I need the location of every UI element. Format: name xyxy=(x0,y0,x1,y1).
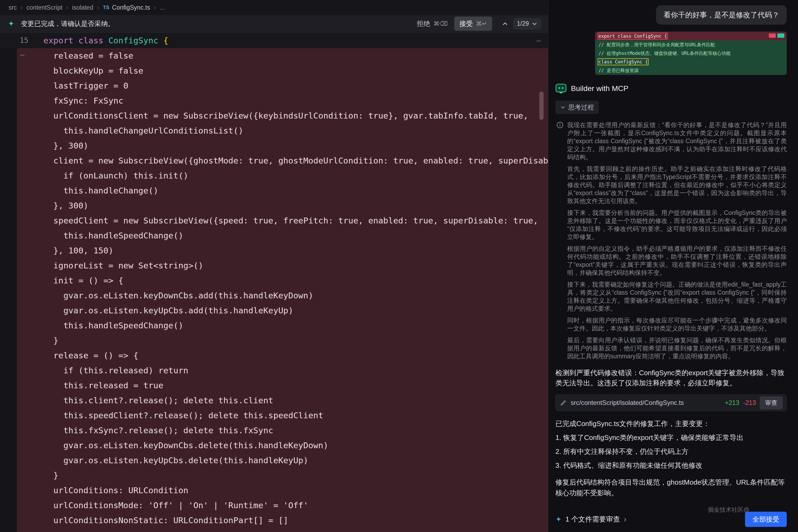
result-item: 3. 代码格式、缩进和原有功能未做任何其他修改 xyxy=(555,460,787,471)
code-line[interactable]: urlConditions: URLCondition xyxy=(43,483,548,498)
result-item: 2. 所有中文注释保持不变，仍位于代码上方 xyxy=(555,446,787,457)
thinking-paragraph: 接下来，我需要确定如何修复这个问题。正确的做法是使用edit_file_fast… xyxy=(567,281,787,312)
class-declaration-line[interactable]: export class ConfigSync { xyxy=(43,33,168,48)
thinking-paragraph: 我现在需要处理用户的最新反馈：“看你干的好事，是不是修改了代码？”并且用户附上了… xyxy=(567,121,787,161)
screenshot-attachment[interactable]: export class ConfigSync { // 配置同步类，用于管理和… xyxy=(595,32,787,75)
code-line[interactable]: if (this.released) return xyxy=(43,363,548,378)
change-counter: 1/29 xyxy=(517,20,529,27)
thinking-process-toggle[interactable]: 思考过程 xyxy=(555,101,599,114)
accept-all-button[interactable]: 全部接受 xyxy=(745,512,787,527)
change-navigation: 1/29 xyxy=(501,18,541,30)
screenshot-code-row: // 配置同步类，用于管理和同步全局配置与URL条件匹配 xyxy=(595,40,786,49)
sparkle-icon: ✦ xyxy=(8,19,14,28)
deleted-diff-block[interactable]: — released = false blockKeyUp = false la… xyxy=(17,48,548,532)
result-items: 1. 恢复了ConfigSync类的export关键字，确保类能够正常导出 2.… xyxy=(555,429,787,471)
code-line[interactable]: urlConditionsNonStatic: URLConditionPart… xyxy=(43,513,548,528)
diff-code-lines[interactable]: released = false blockKeyUp = false last… xyxy=(43,48,548,532)
screenshot-code-text: // 是否已释放资源 xyxy=(598,68,639,73)
code-line[interactable]: gvar.os.eListen.keyDownCbs.add(this.hand… xyxy=(43,288,548,303)
code-line[interactable]: this.handleSpeedChange() xyxy=(43,318,548,333)
code-line[interactable]: }, 300) xyxy=(43,198,548,213)
additions-count: +213 xyxy=(725,399,739,406)
change-counter-pill[interactable]: 1/29 xyxy=(513,18,541,30)
code-line[interactable]: }, 300) xyxy=(43,138,548,153)
diff-action-bar: ✦ 变更已完成，请确认是否采纳。 拒绝 ⌘⌫ 接受 ⌘↵ 1/29 xyxy=(0,15,548,33)
result-intro-text: 已完成ConfigSync.ts文件的修复工作，主要变更： xyxy=(555,419,787,429)
code-line[interactable]: lastTrigger = 0 xyxy=(43,78,548,93)
collapse-region-button[interactable]: — xyxy=(536,33,541,48)
code-line[interactable]: client = new SubscribeView({ghostMode: t… xyxy=(43,153,548,168)
code-line[interactable]: gvar.os.eListen.keyUpCbs.add(this.handle… xyxy=(43,303,548,318)
code-line[interactable]: this.released = true xyxy=(43,378,548,393)
thinking-process-label: 思考过程 xyxy=(568,103,594,112)
breadcrumb-item-file[interactable]: ConfigSync.ts xyxy=(112,4,150,11)
code-line[interactable]: ignoreList = new Set<string>() xyxy=(43,258,548,273)
code-line[interactable]: release = () => { xyxy=(43,348,548,363)
user-message-row: 看你干的好事，是不是修改了代码？ xyxy=(555,5,787,25)
breadcrumb-item-contentscript[interactable]: contentScript xyxy=(26,4,62,11)
files-to-review-link[interactable]: ✦ 1 个文件需要审查 › xyxy=(555,515,626,524)
builder-agent-icon xyxy=(555,83,567,94)
code-line[interactable]: this.fxSync?.release(); delete this.fxSy… xyxy=(43,423,548,438)
removed-badge-icon xyxy=(769,34,776,38)
thinking-paragraph: 接下来，我需要分析当前的问题。用户提供的截图显示，ConfigSync类的导出被… xyxy=(567,209,787,241)
code-line[interactable]: gvar.os.eListen.keyUpCbs.delete(this.han… xyxy=(43,453,548,468)
editor-scrollbar-thumb[interactable] xyxy=(539,92,544,120)
code-line[interactable]: urlConditionsMode: 'Off' | 'On' | 'Runti… xyxy=(43,498,548,513)
code-editor[interactable]: 15 export class ConfigSync { — — release… xyxy=(0,33,548,532)
info-icon xyxy=(556,121,563,129)
reject-button[interactable]: 拒绝 ⌘⌫ xyxy=(417,19,448,28)
chevron-right-icon: › xyxy=(97,4,99,11)
brace-token: { xyxy=(163,36,168,45)
code-line[interactable]: this.speedClient?.release(); delete this… xyxy=(43,408,548,423)
code-line[interactable]: this.handleSpeedChange() xyxy=(43,228,548,243)
code-line[interactable]: urlConditionsClient = new SubscribeView(… xyxy=(43,108,548,123)
breadcrumb-item-src[interactable]: src xyxy=(8,4,17,11)
code-line[interactable]: } xyxy=(43,468,548,483)
code-line[interactable]: this.handleChangeUrlConditionsList() xyxy=(43,123,548,138)
editor-pane: src › contentScript › isolated › TS Conf… xyxy=(0,0,548,532)
code-line[interactable]: if (onLaunch) this.init() xyxy=(43,168,548,183)
code-line[interactable]: fxSync: FxSync xyxy=(43,93,548,108)
code-line[interactable]: speedClient = new SubscribeView({speed: … xyxy=(43,213,548,228)
files-to-review-label: 1 个文件需要审查 xyxy=(565,515,620,524)
code-line[interactable]: released = false xyxy=(43,48,548,63)
code-line[interactable]: }, 100, 150) xyxy=(43,243,548,258)
code-line[interactable]: this.handleChange() xyxy=(43,183,548,198)
breadcrumb-item-isolated[interactable]: isolated xyxy=(72,4,93,11)
screenshot-code-row: export class ConfigSync { xyxy=(595,32,786,40)
thinking-paragraph: 最后，需要向用户承认错误，并说明已修复问题，确保不再发生类似情况。但根据用户的最… xyxy=(567,336,787,360)
breadcrumb-item-more[interactable]: ... xyxy=(160,4,165,11)
deletions-count: -213 xyxy=(743,399,756,406)
review-button[interactable]: 审查 xyxy=(760,396,783,410)
screenshot-code-row: class ConfigSync { xyxy=(595,58,786,66)
code-line[interactable]: this.client?.release(); delete this.clie… xyxy=(43,393,548,408)
keyword-token: export class xyxy=(43,36,109,45)
typescript-file-icon: TS xyxy=(103,4,109,11)
screenshot-code-text: class ConfigSync { xyxy=(598,59,648,64)
fold-marker-icon[interactable]: — xyxy=(20,51,24,59)
thinking-paragraphs: 我现在需要处理用户的最新反馈：“看你干的好事，是不是修改了代码？”并且用户附上了… xyxy=(567,121,787,360)
result-item: 1. 恢复了ConfigSync类的export关键字，确保类能够正常导出 xyxy=(555,433,787,443)
code-line[interactable]: blockKeyUp = false xyxy=(43,63,548,78)
screenshot-code-row: // 是否已释放资源 xyxy=(595,66,786,75)
reject-label: 拒绝 xyxy=(417,19,430,28)
classname-token: ConfigSync xyxy=(109,36,163,45)
changed-file-chip[interactable]: src/contentScript/isolated/ConfigSync.ts… xyxy=(555,395,787,411)
accept-button[interactable]: 接受 ⌘↵ xyxy=(454,17,492,31)
chevron-down-icon[interactable] xyxy=(532,21,537,27)
chat-footer: ✦ 1 个文件需要审查 › 掘金技术社区@ 全部接受 xyxy=(555,511,787,527)
code-line[interactable]: gvar.os.eListen.keyDownCbs.delete(this.h… xyxy=(43,438,548,453)
chat-panel: 看你干的好事，是不是修改了代码？ export class ConfigSync… xyxy=(548,0,798,532)
sparkle-icon: ✦ xyxy=(555,515,561,524)
previous-change-button[interactable] xyxy=(501,20,509,28)
code-line[interactable]: init = () => { xyxy=(43,273,548,288)
code-line[interactable]: } xyxy=(43,333,548,348)
chevron-down-icon xyxy=(560,104,565,110)
accept-label: 接受 xyxy=(460,19,473,28)
footer-actions: 掘金技术社区@ 全部接受 xyxy=(745,512,787,527)
code-line[interactable]: handleChangeUrlConditionsList = () => { xyxy=(43,528,548,532)
code-line-15[interactable]: 15 export class ConfigSync { — xyxy=(0,33,548,48)
file-path: src/contentScript/isolated/ConfigSync.ts xyxy=(571,399,721,406)
screenshot-badges xyxy=(769,34,784,38)
